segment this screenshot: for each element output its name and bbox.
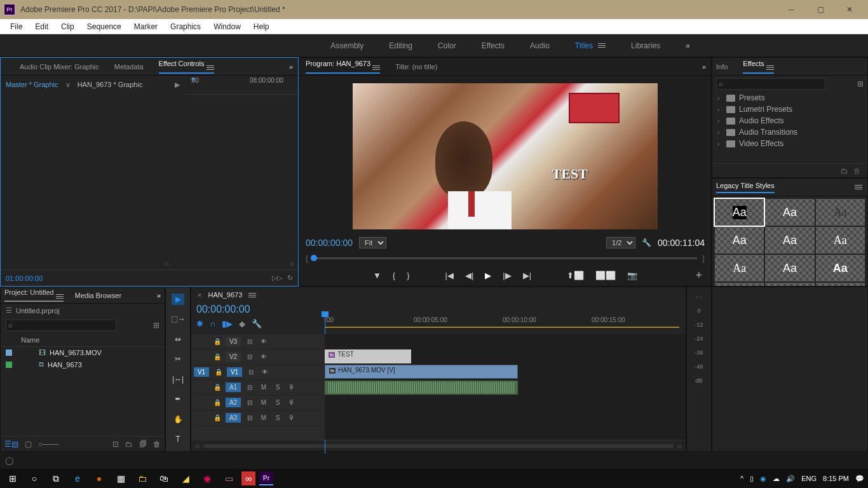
clip-audio[interactable] <box>325 381 518 395</box>
start-button[interactable]: ⊞ <box>4 470 22 487</box>
workspace-effects[interactable]: Effects <box>482 41 505 50</box>
timeline-zoom-slider[interactable] <box>203 444 674 448</box>
timeline-zoom-out[interactable]: ○ <box>195 442 200 451</box>
title-style-swatch[interactable]: Aa <box>765 227 814 254</box>
track-v2[interactable]: V2 <box>226 352 241 362</box>
title-style-swatch[interactable]: Aa <box>816 227 865 254</box>
menu-graphics[interactable]: Graphics <box>164 19 207 34</box>
program-preview[interactable]: TEST <box>353 83 658 229</box>
settings-wrench-icon[interactable]: 🔧 <box>642 238 651 247</box>
settings-wrench-icon[interactable]: 🔧 <box>252 319 262 329</box>
close-button[interactable]: ✕ <box>835 0 864 19</box>
workspace-color[interactable]: Color <box>438 41 456 50</box>
icon-view-icon[interactable]: ▢ <box>25 440 32 449</box>
title-style-swatch[interactable]: Aa <box>765 199 814 226</box>
panel-menu-icon[interactable] <box>766 65 774 70</box>
title-style-swatch[interactable]: Aa <box>816 199 865 226</box>
app-icon-1[interactable]: ◢ <box>177 470 194 487</box>
tray-volume-icon[interactable]: 🔊 <box>786 475 795 483</box>
effects-search-input[interactable] <box>716 78 825 90</box>
panel-overflow[interactable]: » <box>289 63 293 71</box>
play-around-icon[interactable]: ▷▷ <box>272 274 282 282</box>
tray-notifications-icon[interactable]: 💬 <box>855 475 864 483</box>
effects-folder[interactable]: ›Video Effects <box>715 138 865 149</box>
lock-a2[interactable]: 🔒 <box>213 399 222 406</box>
lock-v3[interactable]: 🔒 <box>213 338 222 345</box>
tab-program[interactable]: Program: HAN_9673 <box>306 60 380 74</box>
solo[interactable]: S <box>273 399 283 406</box>
workspace-libraries[interactable]: Libraries <box>631 41 660 50</box>
slip-tool[interactable]: |↔| <box>172 374 184 385</box>
sync-lock[interactable]: ⊟ <box>245 384 255 391</box>
title-style-swatch[interactable]: Aa <box>816 255 865 281</box>
scroll-dot[interactable]: ○ <box>290 259 294 269</box>
tab-effect-controls[interactable]: Effect Controls <box>159 60 214 74</box>
title-style-swatch[interactable]: Aa <box>715 199 764 226</box>
tray-language[interactable]: ENG <box>801 475 817 482</box>
workspace-menu-icon[interactable] <box>598 43 606 48</box>
find-icon[interactable]: ⊡ <box>112 440 119 449</box>
step-forward-button[interactable]: |▶ <box>503 271 511 280</box>
mark-out-button[interactable]: } <box>407 271 409 280</box>
workspace-overflow[interactable]: » <box>686 41 690 50</box>
new-bin-icon[interactable]: 🗀 <box>125 440 133 449</box>
delete-icon[interactable]: 🗑 <box>153 440 161 449</box>
solo[interactable]: S <box>273 384 283 391</box>
tab-effects[interactable]: Effects <box>743 60 774 74</box>
toggle-output[interactable]: 👁 <box>259 338 269 345</box>
effects-folder[interactable]: ›Audio Transitions <box>715 126 865 138</box>
mark-in-button[interactable]: { <box>393 271 395 280</box>
program-timecode-left[interactable]: 00:00:00:00 <box>306 238 353 248</box>
track-select-tool[interactable]: ⬚→ <box>172 314 184 325</box>
premiere-taskbar-icon[interactable]: Pr <box>259 471 273 485</box>
lock-a1[interactable]: 🔒 <box>213 384 222 391</box>
extract-button[interactable]: ⬜⬜ <box>595 271 616 280</box>
tray-battery-icon[interactable]: ▯ <box>750 475 754 483</box>
voice-over[interactable]: 🎙 <box>287 414 297 421</box>
menu-clip[interactable]: Clip <box>55 19 81 34</box>
lock-v2[interactable]: 🔒 <box>213 353 222 360</box>
menu-window[interactable]: Window <box>207 19 247 34</box>
workspace-titles[interactable]: Titles <box>575 41 593 50</box>
menu-edit[interactable]: Edit <box>29 19 55 34</box>
minimize-button[interactable]: ─ <box>776 0 806 19</box>
menu-marker[interactable]: Marker <box>128 19 164 34</box>
sync-lock[interactable]: ⊟ <box>245 414 255 421</box>
store-icon[interactable]: 🛍 <box>155 470 173 487</box>
track-v3[interactable]: V3 <box>226 337 241 346</box>
type-tool[interactable]: T <box>172 434 184 445</box>
resolution-select[interactable]: 1/2 <box>606 237 635 248</box>
clip-video[interactable]: fxHAN_9673.MOV [V] <box>325 365 518 379</box>
find-icon[interactable]: ⊞ <box>153 321 159 330</box>
sequence-tab[interactable]: HAN_9673 <box>208 291 242 299</box>
export-frame-button[interactable]: 📷 <box>627 271 637 280</box>
go-to-in-button[interactable]: |◀ <box>445 271 454 280</box>
column-name[interactable]: Name <box>21 336 39 344</box>
workspace-editing[interactable]: Editing <box>389 41 412 50</box>
timeline-content[interactable]: fxTEST fxHAN_9673.MOV [V] <box>325 334 686 440</box>
sync-lock[interactable]: ⊟ <box>245 353 255 360</box>
timeline-ruler[interactable]: :00 00:00:05:00 00:00:10:00 00:00:15:00 <box>325 302 686 334</box>
scroll-dot[interactable]: ○ <box>165 259 169 269</box>
menu-file[interactable]: File <box>4 19 29 34</box>
add-marker-toggle[interactable]: ▮▶ <box>222 319 233 329</box>
creative-cloud-icon[interactable]: ∞ <box>241 471 255 485</box>
timeline-timecode[interactable]: 00:00:00:00 <box>196 304 320 315</box>
new-bin-icon[interactable]: ⊞ <box>857 79 864 88</box>
loop-icon[interactable]: ↻ <box>287 274 293 282</box>
panel-menu-icon[interactable] <box>372 65 380 70</box>
sync-lock[interactable]: ⊟ <box>245 338 255 345</box>
effects-folder[interactable]: ›Presets <box>715 92 865 104</box>
new-folder-icon[interactable]: 🗀 <box>841 166 848 175</box>
tab-title[interactable]: Title: (no title) <box>395 63 437 71</box>
task-view-icon[interactable]: ⧉ <box>47 470 65 487</box>
source-v1[interactable]: V1 <box>194 367 209 377</box>
menu-sequence[interactable]: Sequence <box>81 19 128 34</box>
master-clip-label[interactable]: Master * Graphic <box>6 81 58 88</box>
cc-cloud-icon[interactable]: ◯ <box>5 456 13 465</box>
panel-menu-icon[interactable] <box>855 185 862 189</box>
tab-metadata[interactable]: Metadata <box>114 63 144 71</box>
add-marker-button[interactable]: ▼ <box>373 271 381 280</box>
ripple-edit-tool[interactable]: ⇔ <box>172 334 184 345</box>
step-back-button[interactable]: ◀| <box>465 271 473 280</box>
